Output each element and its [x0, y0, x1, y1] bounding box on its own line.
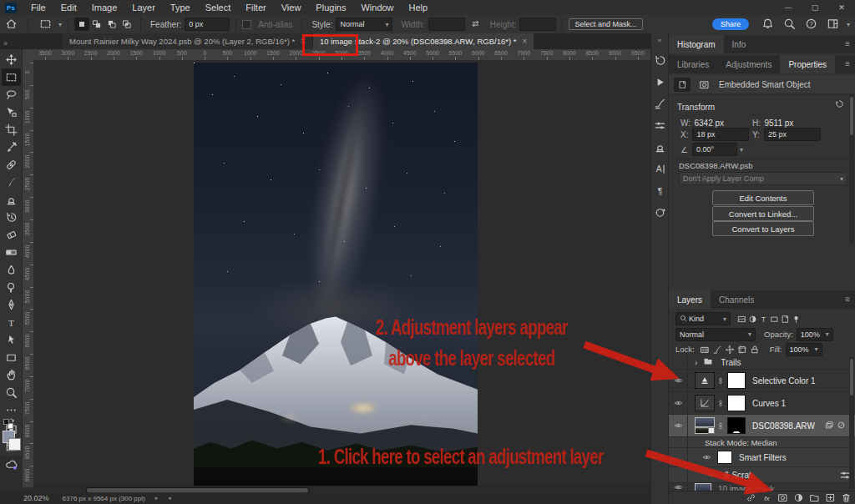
marquee-tool-preset-icon[interactable] [38, 18, 53, 32]
menu-image[interactable]: Image [84, 0, 125, 15]
canvas[interactable] [33, 60, 650, 486]
layer-row--scrat[interactable]: & Scrat [669, 467, 855, 483]
width-input[interactable] [428, 18, 465, 31]
panel-paragraph-icon[interactable]: ¶ [651, 181, 668, 199]
layer-fx-icon[interactable]: fx [761, 492, 772, 503]
layer-row-smart-filters[interactable]: Smart Filters [669, 448, 855, 467]
background-color-swatch[interactable] [8, 438, 21, 451]
cloud-button[interactable] [2, 456, 21, 473]
lock-artboard-icon[interactable] [737, 345, 747, 355]
menu-select[interactable]: Select [198, 0, 239, 15]
menu-view[interactable]: View [274, 0, 309, 15]
scroll-left-arrow[interactable]: ◂ [168, 495, 171, 501]
layer-row-stack-mode-median[interactable]: Stack Mode: Median [669, 437, 855, 448]
zoom-tool[interactable] [2, 384, 21, 401]
new-group-icon[interactable] [809, 492, 820, 503]
style-select[interactable]: Normal▾ [336, 18, 392, 31]
menu-file[interactable]: File [23, 0, 53, 15]
x-position-input[interactable]: 18 px [692, 128, 749, 141]
layer-comp-select[interactable]: Don't Apply Layer Comp▾ [679, 172, 847, 185]
layers-scrollbar[interactable] [849, 357, 854, 489]
object-selection-tool[interactable] [2, 103, 21, 121]
lock-pixels-icon[interactable] [712, 345, 722, 355]
swap-dimensions-icon[interactable] [468, 18, 483, 31]
help-icon[interactable]: ? [804, 18, 819, 32]
lasso-tool[interactable] [2, 86, 21, 103]
height-input[interactable] [519, 18, 556, 31]
layer-mask-thumbnail[interactable] [727, 395, 746, 411]
close-tab-icon[interactable]: × [301, 37, 306, 46]
status-popup-arrow[interactable]: ▸ [155, 495, 159, 501]
eye-icon[interactable] [673, 418, 684, 433]
document-tab-active[interactable]: 10 image stack-2 @ 20% (DSC08398.ARW, RG… [313, 33, 534, 49]
edit-contents-button[interactable]: Edit Contents [712, 190, 814, 205]
tab-histogram[interactable]: Histogram [669, 35, 724, 53]
eraser-tool[interactable] [2, 226, 21, 244]
hand-tool[interactable] [2, 366, 21, 384]
menu-window[interactable]: Window [353, 0, 401, 15]
layer-row-trails[interactable]: ›Trails [669, 355, 855, 370]
panel-menu-icon[interactable]: ≡ [845, 35, 850, 53]
share-button[interactable]: Share [712, 18, 749, 30]
zoom-level-field[interactable]: 20.02% [23, 494, 49, 502]
menu-type[interactable]: Type [163, 0, 198, 15]
opacity-input[interactable]: 100%▾ [797, 328, 833, 341]
intersect-selection-button[interactable] [119, 18, 134, 31]
minimize-button[interactable]: — [775, 0, 802, 15]
smart-filters-mask-thumbnail[interactable] [717, 451, 732, 464]
type-tool[interactable]: T [2, 314, 21, 331]
healing-brush-tool[interactable] [2, 156, 21, 174]
menu-plugins[interactable]: Plugins [308, 0, 353, 15]
gradient-tool[interactable] [2, 244, 21, 261]
tab-channels[interactable]: Channels [711, 290, 762, 309]
maximize-button[interactable]: ▢ [802, 0, 828, 15]
smart-object-icon[interactable] [674, 78, 691, 92]
close-button[interactable]: ✕ [828, 0, 855, 15]
brush-tool[interactable] [2, 174, 21, 191]
layer-mask-thumbnail[interactable] [727, 417, 746, 434]
link-layers-icon[interactable] [746, 492, 756, 503]
filter-pin-icon[interactable] [792, 315, 801, 324]
properties-scrollbar[interactable] [849, 93, 854, 244]
feather-input[interactable]: 0 px [185, 18, 230, 31]
panel-clone-source-icon[interactable] [651, 138, 668, 156]
panel-brush-settings-icon[interactable] [651, 94, 668, 113]
panel-history-icon[interactable] [651, 51, 668, 69]
layer-thumbnail[interactable] [695, 483, 711, 491]
history-brush-tool[interactable] [2, 209, 21, 226]
pen-tool[interactable] [2, 296, 21, 314]
delete-layer-icon[interactable] [841, 492, 852, 503]
eye-icon[interactable] [673, 373, 684, 388]
layer-row-curves-1[interactable]: Curves 1 [669, 392, 855, 415]
reset-transform-icon[interactable] [834, 98, 845, 113]
document-tab-inactive[interactable]: Mount Rainier Milky Way 2024.psb @ 20% (… [63, 33, 313, 49]
tab-adjustments[interactable]: Adjustments [717, 55, 780, 73]
marquee-tool[interactable] [2, 68, 21, 86]
layer-row-dsc08398-arw[interactable]: DSC08398.ARW▴ [669, 415, 855, 437]
collapse-panels-chevron[interactable]: « [658, 37, 661, 44]
layer-visibility-well[interactable] [669, 370, 688, 391]
layer-visibility-well[interactable] [669, 483, 688, 491]
y-position-input[interactable]: 25 px [764, 128, 821, 141]
layer-row-10-image-stack[interactable]: 10 image stack [669, 483, 855, 491]
panel-actions-icon[interactable] [651, 73, 668, 91]
scrollbar-thumb[interactable] [850, 97, 853, 135]
convert-to-layers-button[interactable]: Convert to Layers [712, 221, 814, 236]
adjustment-layer-filter-icon[interactable] [748, 315, 757, 324]
document-image[interactable] [194, 63, 478, 486]
lock-position-icon[interactable] [725, 345, 735, 355]
fill-input[interactable]: 100%▾ [786, 343, 822, 356]
workspace-switcher-icon[interactable] [826, 18, 841, 32]
shape-tool[interactable] [2, 349, 21, 366]
vertical-ruler[interactable]: 0500100015002000250030003500400045005000… [23, 60, 34, 487]
new-layer-icon[interactable] [825, 492, 836, 503]
toolbar-expand-chevron[interactable]: » [0, 39, 11, 49]
panel-tool-presets-icon[interactable] [651, 116, 668, 134]
panel-menu-icon[interactable]: ≡ [845, 55, 850, 73]
toolbar-ellipsis[interactable] [2, 401, 21, 419]
subtract-selection-button[interactable] [104, 18, 119, 31]
layer-visibility-well[interactable] [669, 355, 688, 369]
rotation-input[interactable]: 0.00° [692, 143, 737, 156]
menu-help[interactable]: Help [402, 0, 436, 15]
new-adjustment-layer-icon[interactable] [793, 492, 804, 503]
